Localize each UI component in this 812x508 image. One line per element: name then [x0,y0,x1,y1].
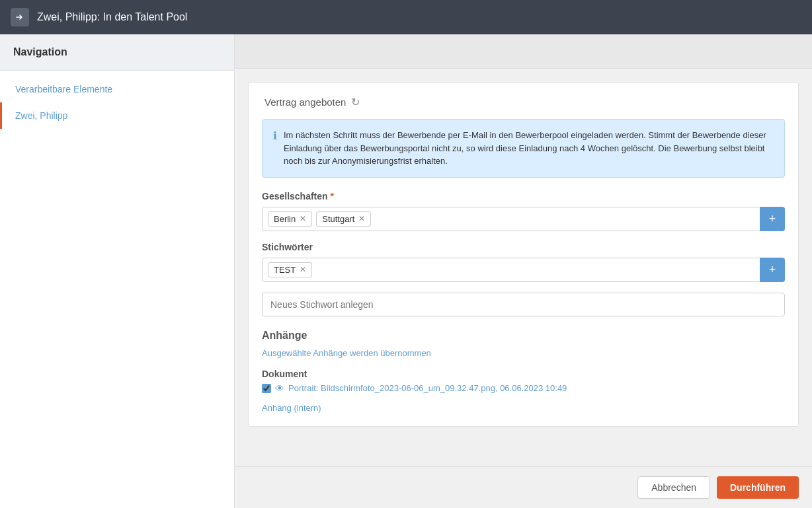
content-top-bar [235,34,812,69]
tag-berlin: Berlin ✕ [268,211,312,227]
main-card: Vertrag angeboten ↻ ℹ Im nächsten Schrit… [248,82,799,427]
gesellschaften-label: Gesellschaften [262,191,785,201]
tag-stuttgart-close[interactable]: ✕ [358,214,365,223]
submit-button[interactable]: Durchführen [717,476,799,499]
main-layout: Navigation Verarbeitbare Elemente Zwei, … [0,34,812,508]
stichwoerter-wrapper: TEST ✕ + [262,258,785,282]
dokument-label: Dokument [262,369,785,379]
tag-stuttgart: Stuttgart ✕ [316,211,371,227]
content-area: Vertrag angeboten ↻ ℹ Im nächsten Schrit… [235,34,812,508]
dokument-checkbox[interactable] [262,384,271,393]
sidebar-items: Verarbeitbare Elemente Zwei, Philipp [0,71,234,134]
info-text: Im nächsten Schritt muss der Bewerbende … [284,129,774,168]
stichwoerter-tags: TEST ✕ [262,258,785,282]
stichwoerter-label: Stichwörter [262,242,785,252]
tag-test-close[interactable]: ✕ [300,265,306,274]
gesellschaften-tags: Berlin ✕ Stuttgart ✕ [262,207,785,231]
gesellschaften-wrapper: Berlin ✕ Stuttgart ✕ + [262,207,785,231]
tag-berlin-close[interactable]: ✕ [300,214,306,223]
anhaenge-link[interactable]: Ausgewählte Anhänge werden übernommen [262,348,785,358]
status-spinner-icon: ↻ [351,96,360,108]
anhaenge-title: Anhänge [262,330,785,342]
gesellschaften-add-button[interactable]: + [760,207,785,231]
anhang-intern-link[interactable]: Anhang (intern) [262,403,785,413]
header-icon [11,8,29,26]
dokument-link[interactable]: Portrait: Bildschirmfoto_2023-06-06_um_0… [288,383,567,393]
sidebar-item-verarbeitbare-elemente[interactable]: Verarbeitbare Elemente [0,76,234,102]
footer: Abbrechen Durchführen [235,466,812,508]
content-scroll: Vertrag angeboten ↻ ℹ Im nächsten Schrit… [235,69,812,466]
dokument-eye-icon: 👁 [275,383,284,394]
sidebar-heading: Navigation [0,34,234,71]
sidebar-item-zwei-philipp[interactable]: Zwei, Philipp [0,102,234,129]
info-box: ℹ Im nächsten Schritt muss der Bewerbend… [262,119,785,178]
header-title: Zwei, Philipp: In den Talent Pool [37,11,187,23]
status-bar: Vertrag angeboten ↻ [262,96,785,108]
header: Zwei, Philipp: In den Talent Pool [0,0,812,34]
stichwoerter-add-button[interactable]: + [760,258,785,282]
dokument-row: 👁 Portrait: Bildschirmfoto_2023-06-06_um… [262,383,785,394]
cancel-button[interactable]: Abbrechen [637,476,710,499]
tag-test: TEST ✕ [268,262,312,277]
sidebar: Navigation Verarbeitbare Elemente Zwei, … [0,34,235,508]
status-text: Vertrag angeboten [264,96,346,108]
info-icon: ℹ [273,129,277,142]
new-keyword-input[interactable] [262,293,785,316]
